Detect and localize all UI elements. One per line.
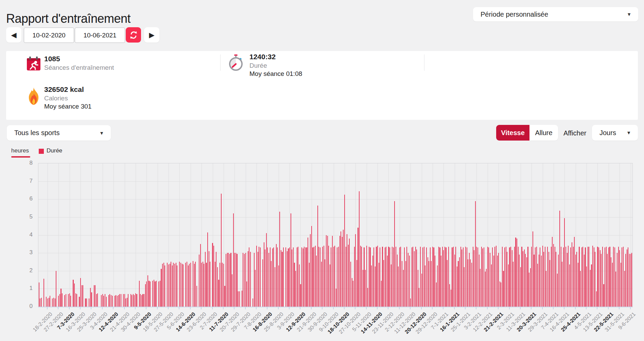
refresh-button[interactable]: [126, 27, 141, 43]
period-select[interactable]: Période personnalisée ▼: [473, 7, 638, 21]
x-axis-tick: [509, 307, 510, 309]
duration-bar: [312, 247, 313, 307]
duration-bar: [393, 247, 394, 307]
duration-bar: [513, 262, 514, 307]
duration-bar-chart-plot-area[interactable]: [38, 163, 633, 307]
sport-select[interactable]: Tous les sports ▼: [7, 125, 111, 141]
duration-bar: [476, 247, 477, 307]
duration-bar: [62, 293, 63, 307]
duration-bar: [617, 253, 617, 307]
duration-bar: [243, 253, 243, 307]
end-date-input[interactable]: [75, 28, 125, 43]
x-axis-tick: [157, 307, 158, 309]
duration-bar: [496, 246, 497, 307]
stopwatch-icon: [228, 54, 244, 71]
next-period-button[interactable]: ▶: [144, 27, 159, 43]
start-date-input[interactable]: [24, 28, 74, 43]
duration-bar: [206, 263, 207, 307]
duration-bar: [155, 281, 155, 307]
duration-bar: [250, 252, 251, 307]
x-axis-tick: [289, 307, 290, 309]
duration-bar: [254, 253, 255, 307]
duration-bar: [614, 247, 615, 307]
duration-bar: [585, 247, 586, 307]
previous-period-button[interactable]: ◀: [6, 27, 21, 43]
duration-bar: [579, 247, 579, 307]
duration-bar: [409, 256, 410, 307]
divider: [424, 54, 424, 71]
interval-select[interactable]: Jours ▼: [592, 125, 638, 141]
duration-bar: [381, 281, 382, 307]
duration-bar: [226, 254, 226, 307]
duration-bar: [578, 263, 578, 307]
duration-bar: [531, 247, 532, 307]
duration-bar: [237, 254, 237, 307]
circular-arrows-icon: [129, 30, 138, 40]
duration-bar: [398, 266, 399, 307]
duration-bar: [248, 251, 248, 307]
duration-bar: [343, 230, 344, 307]
duration-bar: [177, 265, 177, 307]
duration-bar: [359, 191, 360, 307]
duration-bar: [79, 297, 80, 307]
duration-bar: [304, 247, 304, 307]
duration-bar: [76, 294, 77, 307]
duration-bar: [441, 256, 441, 307]
duration-bar: [64, 295, 65, 307]
duration-bar: [55, 298, 55, 307]
vitesse-toggle-button[interactable]: Vitesse: [496, 125, 529, 141]
duration-bar: [415, 247, 416, 307]
duration-bar: [361, 247, 362, 307]
duration-bar: [82, 285, 82, 307]
duration-bar: [400, 247, 401, 307]
x-axis-tick: [476, 307, 476, 309]
duration-bar: [451, 290, 451, 307]
duration-bar: [299, 264, 300, 307]
tab-heures[interactable]: heures: [11, 147, 29, 154]
duration-bar: [479, 255, 480, 307]
duration-bar: [305, 247, 306, 307]
x-axis-tick: [135, 307, 136, 309]
duration-bar: [112, 296, 113, 307]
duration-bar: [534, 255, 534, 307]
duration-bar: [518, 247, 519, 307]
duration-bar: [557, 274, 558, 307]
duration-bar: [333, 247, 334, 307]
duration-bar: [321, 262, 322, 307]
duration-bar: [609, 247, 610, 307]
x-axis-tick: [245, 307, 246, 309]
duration-bar: [258, 252, 258, 307]
duration-bar: [238, 291, 239, 307]
duration-bar: [358, 228, 358, 307]
duration-bar: [619, 250, 620, 307]
duration-bar: [40, 298, 40, 307]
duration-bar: [156, 281, 157, 307]
duration-bar: [242, 291, 242, 307]
duration-bar: [275, 267, 275, 307]
duration-bar: [618, 247, 619, 307]
duration-bar: [255, 270, 256, 307]
duration-bar: [311, 226, 312, 307]
duration-bar: [249, 247, 249, 307]
duration-bar: [217, 267, 218, 307]
x-axis-tick: [322, 307, 323, 309]
duration-bar: [185, 263, 186, 307]
duration-bar: [438, 247, 439, 307]
duration-bar: [103, 296, 104, 307]
duration-bar: [262, 259, 263, 307]
duration-bar: [446, 247, 446, 307]
duration-bar: [391, 264, 391, 307]
duration-bar: [432, 247, 433, 307]
duration-bar: [117, 296, 118, 307]
duration-bar: [324, 246, 324, 307]
allure-toggle-button[interactable]: Allure: [529, 125, 558, 141]
duration-bar: [460, 247, 461, 307]
duration-bar: [215, 262, 215, 307]
duration-bar: [404, 247, 405, 307]
duration-bar: [445, 247, 445, 307]
duration-bar: [70, 296, 71, 307]
duration-bar: [260, 247, 261, 307]
duration-bar: [163, 263, 164, 307]
duration-bar: [121, 294, 121, 307]
duration-bar: [510, 247, 511, 307]
